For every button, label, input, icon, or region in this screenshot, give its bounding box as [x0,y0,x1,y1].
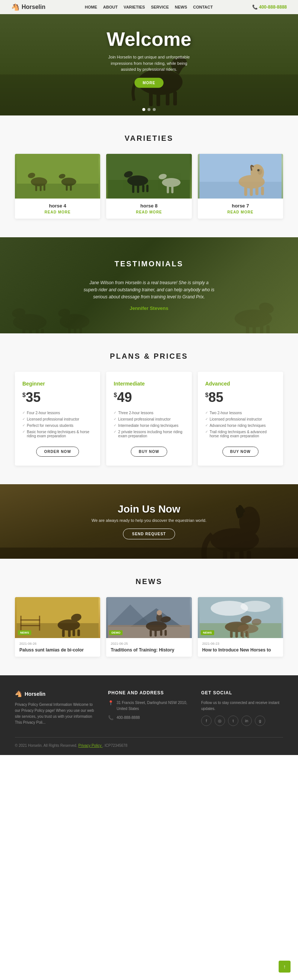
footer-col-privacy: 🐴 Horselin Privacy Policy General Inform… [15,690,97,726]
testimonials-bg-svg [0,289,298,333]
hero-dots [142,108,156,111]
plan-feature-i4: 2 private lessons including horse riding… [114,429,184,439]
plan-buy-button-intermediate[interactable]: BUY NOW [131,447,167,457]
news-card-2: DEMO 2021-06-25 Traditions of Training: … [106,597,191,657]
plan-feature-i2: Licensed professional instructor [114,416,184,422]
nav-contact[interactable]: CONTACT [193,5,213,9]
variety-image-1 [15,154,100,199]
social-facebook[interactable]: f [201,716,212,726]
footer-logo-icon: 🐴 [15,690,22,697]
plan-price-intermediate: $49 [114,390,184,405]
nav-phone: 📞 400-888-8888 [252,5,287,10]
varieties-grid: horse 4 READ MORE [15,154,283,219]
svg-point-93 [240,601,270,612]
news-badge-1: NEWS [18,630,31,635]
hero-dot-1[interactable] [142,108,145,111]
plan-price-advanced: $85 [205,390,276,405]
variety-info-3: horse 7 READ MORE [198,199,283,219]
svg-rect-14 [40,185,42,191]
variety-horse-svg-2 [106,154,191,199]
svg-rect-76 [68,630,71,637]
social-twitter[interactable]: t [228,716,238,726]
svg-rect-39 [250,187,253,196]
phone-icon: 📞 [108,715,114,721]
svg-rect-87 [150,630,152,636]
plan-features-beginner: Four 2-hour lessons Licensed professiona… [22,410,93,439]
social-icons: f ◎ t in g [201,716,283,726]
svg-rect-75 [62,630,65,637]
testimonials-section: Testimonials Jane Wilson from Horselin i… [0,237,298,333]
hero-dot-2[interactable] [148,108,150,111]
news-badge-3: NEWS [201,630,214,635]
logo-icon: 🐴 [11,3,19,11]
svg-rect-47 [41,329,44,333]
footer-grid: 🐴 Horselin Privacy Policy General Inform… [15,690,283,726]
svg-rect-10 [17,184,99,199]
social-google[interactable]: g [255,716,265,726]
hero-subtitle: Join Horselin to get unique and unforget… [104,54,194,73]
news-date-1: 2021-06-26 [19,642,96,646]
navbar: 🐴 Horselin HOME ABOUT VARIETIES SERVICE … [0,0,298,14]
nav-home[interactable]: HOME [85,5,97,9]
plan-currency-intermediate: $ [114,392,117,398]
svg-rect-45 [29,329,32,333]
plan-buy-button-advanced[interactable]: BUY NOW [222,447,258,457]
footer-copyright: © 2021 Horselin. All Rights Reserved. Pr… [15,743,127,748]
svg-rect-78 [78,630,80,636]
plan-feature-2: Licensed professional instructor [22,416,93,422]
plan-feature-3: Perfect for nervous students [22,422,93,429]
news-title-1[interactable]: Paluss sunt lamias de bi-color [19,647,96,653]
variety-info-1: horse 4 READ MORE [15,199,100,219]
nav-varieties[interactable]: VARIETIES [124,5,145,9]
svg-rect-15 [44,185,45,191]
nav-news[interactable]: NEWS [175,5,187,9]
news-title-3[interactable]: How to Introduce New Horses to [202,647,279,653]
svg-rect-6 [156,91,160,106]
svg-rect-98 [235,631,237,638]
news-date-2: 2021-06-25 [111,642,187,646]
plan-name-beginner: Beginner [22,381,93,387]
svg-rect-57 [260,325,263,333]
variety-image-2 [106,154,191,199]
variety-horse-svg-3 [198,154,283,199]
footer-privacy-link[interactable]: Privacy Policy [78,743,102,748]
svg-rect-41 [261,187,264,195]
testimonials-title: Testimonials [15,259,283,268]
variety-image-3 [198,154,283,199]
social-instagram[interactable]: ◎ [215,716,225,726]
svg-point-22 [127,175,148,186]
svg-rect-55 [246,325,249,333]
news-date-3: 2021-06-23 [202,642,279,646]
news-card-1: NEWS 2021-06-26 Paluss sunt lamias de bi… [15,597,100,657]
variety-readmore-2[interactable]: READ MORE [111,210,187,214]
plan-card-beginner: Beginner $35 Four 2-hour lessons License… [15,372,100,466]
svg-point-101 [237,624,258,633]
social-linkedin[interactable]: in [241,716,252,726]
hero-dot-3[interactable] [153,108,156,111]
varieties-title: VARIETIES [15,134,283,143]
plan-feature-a3: Advanced horse riding techniques [205,422,276,429]
join-send-button[interactable]: SEND REQUEST [123,528,175,539]
svg-rect-31 [171,186,174,193]
hero-more-button[interactable]: MORE [134,78,164,88]
svg-rect-51 [74,328,76,333]
plan-order-button[interactable]: ORDER NOW [36,447,79,457]
footer-logo: 🐴 Horselin [15,690,97,697]
footer-logo-text: Horselin [25,691,45,697]
svg-rect-30 [167,186,169,193]
svg-rect-71 [21,619,40,620]
plan-card-intermediate: Intermediate $49 Three 2-hour lessons Li… [106,372,191,466]
svg-rect-56 [253,325,256,333]
news-info-3: 2021-06-23 How to Introduce New Horses t… [198,638,283,657]
svg-rect-72 [21,625,40,626]
plan-feature-a2: Licensed professional instructor [205,416,276,422]
variety-readmore-3[interactable]: READ MORE [202,210,279,214]
nav-about[interactable]: ABOUT [103,5,118,9]
join-section: Join Us Now We are always ready to help … [0,484,298,559]
news-title-2[interactable]: Traditions of Training: History [111,647,187,653]
variety-readmore-1[interactable]: READ MORE [19,210,96,214]
logo[interactable]: 🐴 Horselin [11,3,45,11]
footer-address: 31 Francis Street, Darlinghurst NSW 2010… [116,700,190,712]
nav-service[interactable]: SERVICE [151,5,169,9]
news-image-3: NEWS [198,597,283,638]
